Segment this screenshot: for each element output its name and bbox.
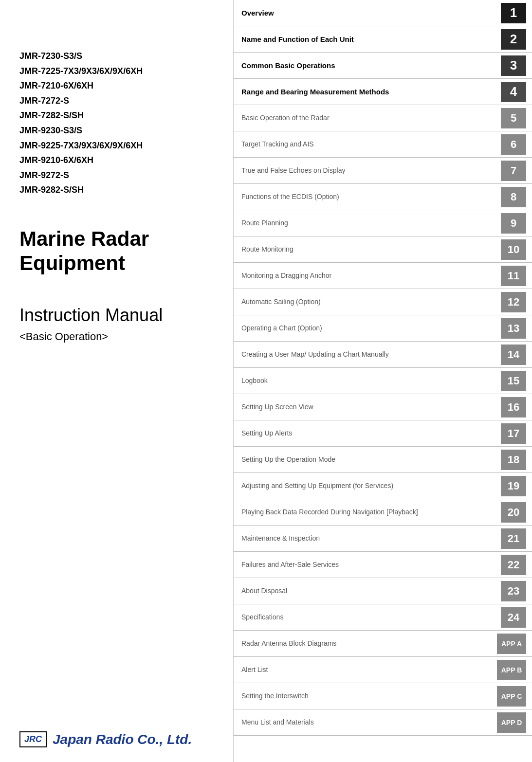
toc-row[interactable]: Adjusting and Setting Up Equipment (for …	[234, 473, 532, 499]
toc-label: Basic Operation of the Radar	[241, 113, 501, 122]
toc-panel: Overview1Name and Function of Each Unit2…	[234, 0, 532, 762]
toc-number: APP B	[497, 660, 526, 680]
toc-row[interactable]: Route Monitoring10	[234, 236, 532, 263]
toc-label: True and False Echoes on Display	[241, 166, 501, 175]
toc-row[interactable]: Menu List and MaterialsAPP D	[234, 709, 532, 736]
toc-row[interactable]: Overview1	[234, 0, 532, 26]
toc-row[interactable]: Basic Operation of the Radar5	[234, 105, 532, 131]
manual-subtitle: <Basic Operation>	[19, 330, 219, 343]
toc-number: 8	[501, 187, 526, 207]
toc-label: Route Planning	[241, 218, 501, 227]
toc-row[interactable]: True and False Echoes on Display7	[234, 158, 532, 184]
toc-row[interactable]: Setting Up Alerts17	[234, 420, 532, 447]
toc-label: Playing Back Data Recorded During Naviga…	[241, 508, 501, 516]
toc-label: Specifications	[241, 613, 501, 621]
toc-number: 15	[501, 371, 526, 391]
jrc-logo-box: JRC	[19, 731, 47, 747]
toc-number: 11	[501, 266, 526, 286]
toc-number: 23	[501, 581, 526, 601]
toc-label: Alert List	[241, 665, 497, 674]
left-panel: JMR-7230-S3/SJMR-7225-7X3/9X3/6X/9X/6XHJ…	[0, 0, 234, 762]
toc-label: Route Monitoring	[241, 245, 501, 254]
toc-number: 12	[501, 292, 526, 312]
toc-number: 5	[501, 108, 526, 128]
toc-number: 7	[501, 161, 526, 181]
model-item: JMR-9210-6X/6XH	[19, 153, 219, 168]
toc-number: 6	[501, 134, 526, 155]
toc-number: 16	[501, 397, 526, 417]
toc-number: 19	[501, 476, 526, 496]
toc-row[interactable]: Automatic Sailing (Option)12	[234, 289, 532, 315]
toc-label: Failures and After-Sale Services	[241, 560, 501, 569]
toc-number: 13	[501, 318, 526, 339]
toc-label: Functions of the ECDIS (Option)	[241, 192, 501, 201]
toc-row[interactable]: Functions of the ECDIS (Option)8	[234, 184, 532, 210]
toc-number: 22	[501, 555, 526, 575]
toc-row[interactable]: Target Tracking and AIS6	[234, 131, 532, 158]
toc-label: Setting Up Alerts	[241, 429, 501, 437]
toc-row[interactable]: Setting Up the Operation Mode18	[234, 447, 532, 473]
toc-number: 10	[501, 239, 526, 260]
model-item: JMR-9282-S/SH	[19, 182, 219, 198]
toc-row[interactable]: Common Basic Operations3	[234, 53, 532, 79]
toc-row[interactable]: Setting the InterswitchAPP C	[234, 683, 532, 709]
toc-label: Overview	[241, 8, 501, 18]
model-item: JMR-7210-6X/6XH	[19, 78, 219, 93]
toc-label: Setting Up Screen View	[241, 402, 501, 411]
toc-row[interactable]: Specifications24	[234, 604, 532, 631]
toc-label: Maintenance & Inspection	[241, 534, 501, 543]
toc-label: Setting Up the Operation Mode	[241, 455, 501, 464]
toc-number: 24	[501, 607, 526, 628]
toc-row[interactable]: Radar Antenna Block DiagramsAPP A	[234, 631, 532, 657]
toc-label: Logbook	[241, 376, 501, 385]
toc-number: APP C	[497, 686, 526, 707]
manual-title: Instruction Manual	[19, 305, 219, 326]
model-item: JMR-9225-7X3/9X3/6X/9X/6XH	[19, 138, 219, 153]
toc-label: Range and Bearing Measurement Methods	[241, 87, 501, 97]
model-item: JMR-7230-S3/S	[19, 49, 219, 64]
toc-label: Operating a Chart (Option)	[241, 324, 501, 332]
toc-row[interactable]: Operating a Chart (Option)13	[234, 315, 532, 342]
toc-number: 2	[501, 29, 526, 50]
toc-label: Menu List and Materials	[241, 718, 497, 726]
toc-number: 17	[501, 423, 526, 444]
toc-row[interactable]: Failures and After-Sale Services22	[234, 552, 532, 578]
toc-row[interactable]: Maintenance & Inspection21	[234, 526, 532, 552]
toc-number: 3	[501, 55, 526, 76]
toc-label: Adjusting and Setting Up Equipment (for …	[241, 481, 501, 490]
model-item: JMR-7272-S	[19, 93, 219, 109]
toc-label: About Disposal	[241, 586, 501, 595]
toc-label: Radar Antenna Block Diagrams	[241, 639, 497, 648]
toc-row[interactable]: Route Planning9	[234, 210, 532, 236]
company-name: Japan Radio Co., Ltd.	[53, 732, 192, 747]
toc-row[interactable]: Monitoring a Dragging Anchor11	[234, 263, 532, 289]
model-item: JMR-7282-S/SH	[19, 108, 219, 123]
toc-row[interactable]: Range and Bearing Measurement Methods4	[234, 79, 532, 105]
product-title: Marine Radar Equipment	[19, 227, 219, 276]
logo-area: JRC Japan Radio Co., Ltd.	[19, 712, 219, 747]
toc-number: APP D	[497, 712, 526, 733]
toc-row[interactable]: Logbook15	[234, 368, 532, 394]
model-item: JMR-7225-7X3/9X3/6X/9X/6XH	[19, 64, 219, 79]
model-item: JMR-9230-S3/S	[19, 123, 219, 138]
toc-number: APP A	[497, 634, 526, 654]
toc-row[interactable]: About Disposal23	[234, 578, 532, 604]
toc-label: Common Basic Operations	[241, 61, 501, 71]
toc-row[interactable]: Name and Function of Each Unit2	[234, 26, 532, 53]
toc-row[interactable]: Alert ListAPP B	[234, 657, 532, 683]
model-item: JMR-9272-S	[19, 168, 219, 183]
toc-label: Setting the Interswitch	[241, 691, 497, 700]
toc-label: Creating a User Map/ Updating a Chart Ma…	[241, 350, 501, 359]
toc-label: Automatic Sailing (Option)	[241, 297, 501, 306]
toc-number: 20	[501, 502, 526, 523]
toc-number: 18	[501, 450, 526, 470]
toc-row[interactable]: Setting Up Screen View16	[234, 394, 532, 420]
toc-number: 4	[501, 82, 526, 102]
toc-number: 14	[501, 345, 526, 365]
toc-number: 1	[501, 3, 526, 23]
toc-label: Name and Function of Each Unit	[241, 35, 501, 44]
toc-label: Target Tracking and AIS	[241, 140, 501, 148]
toc-row[interactable]: Creating a User Map/ Updating a Chart Ma…	[234, 342, 532, 368]
toc-number: 21	[501, 528, 526, 549]
toc-row[interactable]: Playing Back Data Recorded During Naviga…	[234, 499, 532, 526]
